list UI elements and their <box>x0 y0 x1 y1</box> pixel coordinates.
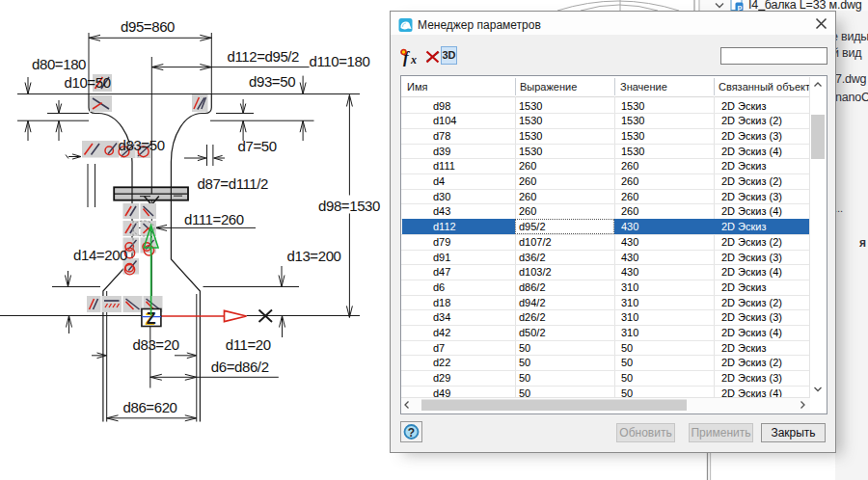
svg-text:d83=50: d83=50 <box>119 137 165 153</box>
svg-text:d111=260: d111=260 <box>184 211 244 227</box>
svg-text:d13=200: d13=200 <box>287 248 341 264</box>
svg-text:d14=200: d14=200 <box>73 247 127 263</box>
svg-text:d86=620: d86=620 <box>123 399 177 415</box>
svg-text:d10=50: d10=50 <box>65 74 111 91</box>
svg-text:d93=50: d93=50 <box>249 73 295 90</box>
svg-text:d87=d111/2: d87=d111/2 <box>198 175 268 192</box>
svg-text:nanoCAD: nanoCAD <box>835 91 868 104</box>
svg-text:?: ? <box>407 426 414 440</box>
svg-text:d11=20: d11=20 <box>226 336 271 353</box>
svg-text:я: я <box>859 236 866 250</box>
svg-text:7.dwg: 7.dwg <box>835 72 867 86</box>
svg-text:d98=1530: d98=1530 <box>318 198 380 214</box>
svg-text:d6=d86/2: d6=d86/2 <box>211 359 269 375</box>
svg-text:d83=20: d83=20 <box>133 336 179 353</box>
svg-text:d95=860: d95=860 <box>121 18 175 35</box>
svg-text:d112=d95/2: d112=d95/2 <box>228 48 300 65</box>
svg-text:е виды: е виды <box>831 30 868 43</box>
svg-text:d7=50: d7=50 <box>238 138 277 154</box>
svg-text:x: x <box>410 53 417 67</box>
svg-text:й вид: й вид <box>832 46 862 60</box>
svg-text:d80=180: d80=180 <box>32 56 86 72</box>
svg-text:d110=180: d110=180 <box>310 53 370 69</box>
